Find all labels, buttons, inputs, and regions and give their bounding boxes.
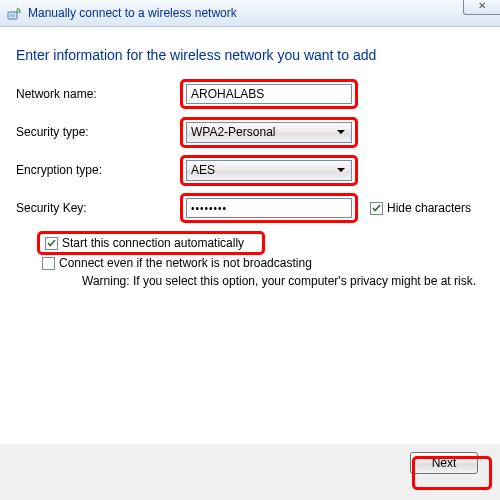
row-network-name: Network name: xyxy=(16,81,484,107)
security-key-input[interactable]: •••••••• xyxy=(186,198,352,218)
row-security-type: Security type: WPA2-Personal xyxy=(16,119,484,145)
wireless-wizard-icon xyxy=(6,5,22,21)
chevron-down-icon xyxy=(337,168,345,172)
security-type-select[interactable]: WPA2-Personal xyxy=(186,122,352,143)
hide-characters-option[interactable]: Hide characters xyxy=(370,201,471,215)
network-name-input[interactable] xyxy=(186,84,352,104)
hide-characters-checkbox[interactable] xyxy=(370,202,383,215)
autostart-checkbox[interactable] xyxy=(45,237,58,250)
label-encryption-type: Encryption type: xyxy=(16,163,186,177)
label-security-type: Security type: xyxy=(16,125,186,139)
row-security-key: Security Key: •••••••• Hide characters xyxy=(16,195,484,221)
hide-characters-label: Hide characters xyxy=(387,201,471,215)
encryption-type-select[interactable]: AES xyxy=(186,160,352,181)
svg-rect-1 xyxy=(10,14,15,17)
connect-hidden-checkbox[interactable] xyxy=(42,257,55,270)
security-key-value: •••••••• xyxy=(191,203,227,214)
privacy-warning: Warning: If you select this option, your… xyxy=(82,274,484,288)
connect-hidden-label: Connect even if the network is not broad… xyxy=(59,256,312,270)
titlebar: Manually connect to a wireless network ✕ xyxy=(0,0,500,27)
chevron-down-icon xyxy=(337,130,345,134)
next-button-label: Next xyxy=(432,456,457,470)
window-close-button[interactable]: ✕ xyxy=(463,0,500,15)
encryption-type-value: AES xyxy=(191,163,215,177)
label-network-name: Network name: xyxy=(16,87,186,101)
wizard-footer: Next xyxy=(0,443,500,500)
label-security-key: Security Key: xyxy=(16,201,186,215)
row-encryption-type: Encryption type: AES xyxy=(16,157,484,183)
window-title: Manually connect to a wireless network xyxy=(28,6,237,20)
close-icon: ✕ xyxy=(478,0,486,11)
autostart-label: Start this connection automatically xyxy=(62,236,244,250)
security-type-value: WPA2-Personal xyxy=(191,125,275,139)
next-button[interactable]: Next xyxy=(410,452,478,474)
page-heading: Enter information for the wireless netwo… xyxy=(16,47,484,63)
